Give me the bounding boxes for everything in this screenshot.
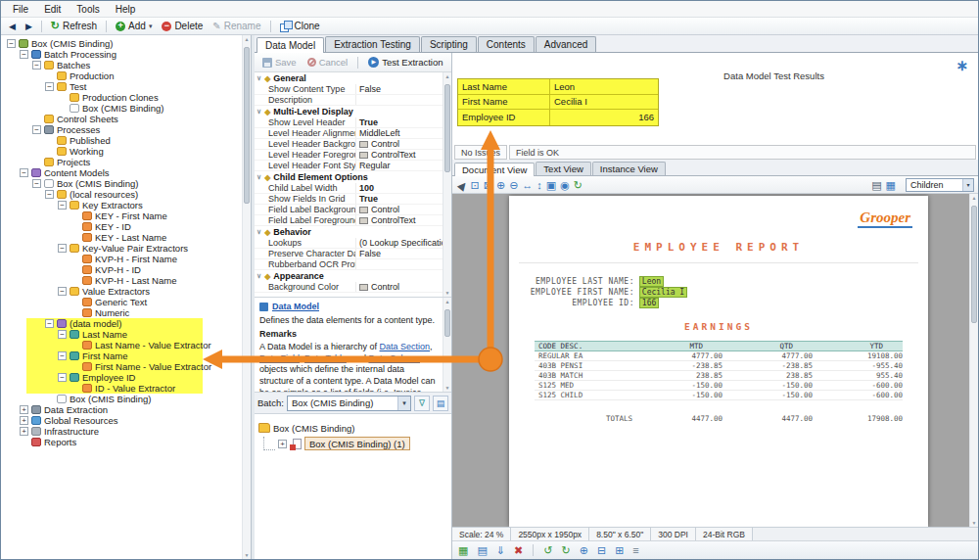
property-category[interactable]: ∨◆Behavior: [255, 226, 443, 238]
save-button[interactable]: Save: [258, 56, 301, 69]
scroll-down-icon[interactable]: ▼: [243, 552, 251, 558]
result-row[interactable]: Employee ID166: [458, 110, 658, 125]
expand-toggle[interactable]: −: [58, 201, 67, 210]
tree-item[interactable]: +Infrastructure: [3, 426, 241, 437]
tree-item[interactable]: First Name - Value Extractor: [3, 361, 241, 372]
menu-help[interactable]: Help: [108, 3, 144, 16]
property-value[interactable]: ControlText: [356, 215, 443, 225]
batch-root-row[interactable]: Box (CMIS Binding): [258, 420, 447, 436]
tree-item[interactable]: KVP-H - ID: [3, 264, 241, 275]
property-value[interactable]: Regular: [356, 161, 443, 170]
rotate-view-icon[interactable]: ↻: [574, 180, 583, 191]
property-row[interactable]: Field Label ForegroundControlText: [255, 215, 443, 226]
nav-forward-button[interactable]: ▶: [22, 21, 36, 32]
tree-item[interactable]: −Key-Value Pair Extractors: [3, 243, 241, 254]
tree-item[interactable]: Last Name - Value Extractor: [3, 340, 241, 350]
zoom-tool-icon[interactable]: ⊕: [580, 545, 588, 556]
property-value[interactable]: (0 Lookup Specification obje: [356, 238, 443, 248]
tree-scrollbar[interactable]: ▲▼: [242, 35, 251, 559]
tree-item[interactable]: Generic Text: [3, 297, 241, 307]
thumbnails-icon[interactable]: ▦: [458, 545, 468, 556]
tab-text-view[interactable]: Text View: [536, 162, 590, 175]
help-title-link[interactable]: Data Model: [272, 302, 319, 313]
menu-edit[interactable]: Edit: [36, 3, 69, 16]
zoom-in-icon[interactable]: ⊕: [496, 180, 505, 191]
expand-toggle[interactable]: −: [20, 50, 28, 59]
tree-item[interactable]: KVP-H - Last Name: [3, 275, 241, 286]
actual-size-icon[interactable]: ▣: [546, 180, 556, 191]
tree-item[interactable]: Projects: [3, 157, 241, 167]
expand-toggle[interactable]: −: [58, 373, 67, 382]
scroll-up-icon[interactable]: ▲: [443, 73, 451, 79]
expand-toggle[interactable]: +: [278, 440, 287, 448]
tree-item[interactable]: Numeric: [3, 307, 241, 318]
property-category[interactable]: ∨◆Multi-Level Display: [255, 106, 443, 117]
property-value[interactable]: Control: [356, 282, 443, 292]
scroll-thumb[interactable]: [971, 206, 977, 323]
property-row[interactable]: Show Fields In GridTrue: [255, 194, 443, 205]
expand-toggle[interactable]: +: [20, 427, 28, 436]
test-extraction-button[interactable]: ▶Test Extraction: [364, 56, 446, 69]
magnifier-icon[interactable]: ◉: [560, 180, 570, 191]
tree-item[interactable]: −Box (CMIS Binding): [3, 178, 241, 189]
tab-advanced[interactable]: Advanced: [536, 36, 596, 52]
property-row[interactable]: Rubberband OCR Profile: [255, 259, 443, 270]
children-dropdown[interactable]: Children ▾: [906, 178, 974, 192]
tab-instance-view[interactable]: Instance View: [592, 162, 666, 175]
tree-item[interactable]: +Global Resources: [3, 415, 241, 426]
fit-width-icon[interactable]: ↔: [522, 180, 533, 191]
tree-item[interactable]: Box (CMIS Binding): [3, 394, 241, 404]
refresh-button[interactable]: ↻Refresh: [47, 19, 101, 33]
expand-toggle[interactable]: −: [45, 190, 54, 199]
expand-toggle[interactable]: −: [58, 244, 67, 253]
scroll-thumb[interactable]: [444, 84, 450, 172]
menu-tools[interactable]: Tools: [69, 3, 107, 16]
property-value[interactable]: Control: [356, 139, 443, 149]
expand-toggle[interactable]: −: [7, 39, 16, 48]
zoom-window-icon[interactable]: ⊠: [484, 180, 492, 191]
property-category[interactable]: ∨◆Child Element Options: [255, 171, 443, 183]
tree-item[interactable]: −Test: [3, 81, 241, 92]
property-row[interactable]: Field Label BackgroundControl: [255, 205, 443, 215]
expand-toggle[interactable]: +: [20, 416, 28, 425]
expand-toggle[interactable]: −: [32, 179, 41, 188]
fit-height-icon[interactable]: ↕: [536, 180, 542, 191]
document-viewport[interactable]: Grooper EMPLOYEE REPORT EMPLOYEE LAST NA…: [452, 194, 978, 527]
help-link[interactable]: Data Field: [259, 353, 300, 363]
batch-viewer-button[interactable]: ▤: [433, 396, 448, 411]
undo-rotate-icon[interactable]: ↺: [543, 545, 552, 556]
property-row[interactable]: Level Header BackgroundControl: [255, 139, 443, 150]
property-value[interactable]: False: [356, 84, 443, 94]
expand-toggle[interactable]: −: [20, 168, 28, 177]
expand-toggle[interactable]: −: [32, 125, 41, 134]
expand-toggle[interactable]: −: [45, 82, 54, 91]
batch-combobox[interactable]: Box (CMIS Binding) ▾: [287, 396, 411, 411]
tree-item[interactable]: −Last Name: [3, 329, 241, 340]
property-value[interactable]: ControlText: [356, 150, 443, 160]
tree-item[interactable]: Published: [3, 135, 241, 146]
tree-item[interactable]: KVP-H - First Name: [3, 254, 241, 264]
scroll-up-icon[interactable]: ▲: [970, 195, 978, 201]
tab-data-model[interactable]: Data Model: [256, 37, 324, 53]
tree-item[interactable]: Box (CMIS Binding): [3, 103, 241, 114]
property-category[interactable]: ∨◆Appearance: [255, 270, 443, 282]
property-row[interactable]: Level Header Font StyleRegular: [255, 161, 443, 171]
tree-item[interactable]: −(local resources): [3, 189, 241, 200]
tree-item[interactable]: −Value Extractors: [3, 286, 241, 297]
property-row[interactable]: Child Label Width100: [255, 183, 443, 194]
property-category[interactable]: ∨◆General: [255, 72, 443, 84]
expand-toggle[interactable]: −: [58, 351, 67, 360]
tree-item[interactable]: Production: [3, 70, 241, 81]
tree-item[interactable]: −Processes: [3, 124, 241, 135]
tree-item[interactable]: Working: [3, 146, 241, 157]
grid-view-icon[interactable]: ▦: [886, 180, 896, 191]
delete-page-icon[interactable]: ✖: [514, 545, 523, 556]
result-row[interactable]: Last NameLeon: [458, 79, 658, 95]
property-row[interactable]: Background ColorControl: [255, 282, 443, 293]
tree-item[interactable]: KEY - Last Name: [3, 232, 241, 243]
property-value[interactable]: True: [356, 194, 443, 204]
rename-button[interactable]: ✎Rename: [209, 20, 264, 32]
delete-button[interactable]: −Delete: [158, 20, 207, 32]
tab-extraction-testing[interactable]: Extraction Testing: [325, 36, 420, 52]
scroll-up-icon[interactable]: ▲: [243, 36, 251, 42]
